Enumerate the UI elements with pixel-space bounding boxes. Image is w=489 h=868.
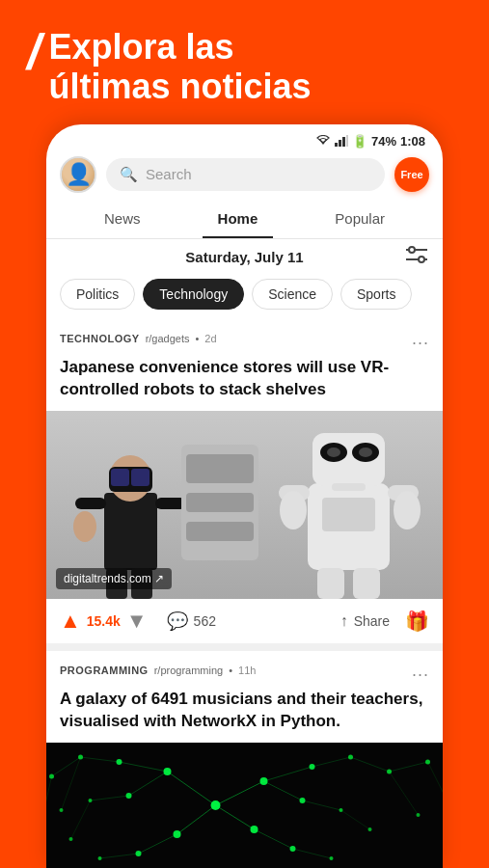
post1-comment-group[interactable]: 💬 562 <box>167 610 216 632</box>
status-icons: 🔋 74% 1:08 <box>315 134 425 149</box>
svg-point-87 <box>417 813 421 817</box>
post2-time: 11h <box>238 665 256 676</box>
svg-point-62 <box>211 800 221 810</box>
brand-slash: / <box>27 27 41 77</box>
post1-time: 2d <box>204 333 216 344</box>
status-bar: 🔋 74% 1:08 <box>46 124 443 152</box>
share-label: Share <box>354 613 390 629</box>
svg-point-82 <box>60 808 64 812</box>
clock: 1:08 <box>400 134 425 149</box>
svg-point-71 <box>290 846 296 852</box>
svg-point-24 <box>359 448 372 457</box>
svg-point-75 <box>348 754 353 759</box>
svg-rect-2 <box>342 137 345 147</box>
header-text: Explora las últimas noticias <box>48 27 311 107</box>
post-card-1: TECHNOLOGY r/gadgets • 2d ... Japanese c… <box>46 319 443 651</box>
search-placeholder: Search <box>146 166 371 182</box>
svg-point-29 <box>394 491 421 529</box>
pill-sports[interactable]: Sports <box>340 279 412 310</box>
wifi-icon <box>315 135 331 147</box>
downvote-icon[interactable]: ▼ <box>126 609 148 634</box>
post1-title: Japanese convenience stores will use VR-… <box>46 353 443 411</box>
svg-point-70 <box>300 798 306 803</box>
free-badge[interactable]: Free <box>394 157 429 192</box>
svg-point-76 <box>387 769 392 773</box>
svg-point-66 <box>174 830 181 838</box>
search-icon: 🔍 <box>120 166 138 183</box>
post2-dot: • <box>229 665 232 676</box>
svg-rect-36 <box>46 743 443 868</box>
phone-mockup: 🔋 74% 1:08 🔍 Search Free News Home Popul… <box>46 124 443 868</box>
post1-share[interactable]: ↑ Share <box>340 612 390 630</box>
tab-popular[interactable]: Popular <box>319 201 400 238</box>
svg-rect-1 <box>339 140 341 147</box>
svg-point-81 <box>98 856 102 860</box>
date-display: Saturday, July 11 <box>185 249 303 265</box>
post1-source: digitaltrends.com ↗ <box>56 568 172 589</box>
date-day: Saturday, <box>185 249 250 265</box>
pill-politics[interactable]: Politics <box>60 279 135 310</box>
post1-meta: TECHNOLOGY r/gadgets • 2d ... <box>46 319 443 353</box>
svg-point-80 <box>330 856 334 860</box>
svg-point-28 <box>280 491 307 529</box>
post1-vote-group: ▲ 15.4k ▼ <box>60 609 148 634</box>
svg-rect-11 <box>111 469 129 486</box>
pill-science[interactable]: Science <box>252 279 333 310</box>
post1-image: digitaltrends.com ↗ <box>46 411 443 599</box>
tab-home[interactable]: Home <box>203 201 274 238</box>
post2-meta: PROGRAMMING r/programming • 11h ... <box>46 651 443 685</box>
vote-count: 15.4k <box>87 613 121 629</box>
svg-rect-31 <box>353 568 380 599</box>
svg-point-7 <box>419 257 424 262</box>
svg-point-79 <box>340 808 343 812</box>
robot-svg <box>274 411 428 599</box>
battery-icon: 🔋 <box>352 134 367 149</box>
svg-rect-3 <box>346 135 348 147</box>
tabs: News Home Popular <box>46 201 443 239</box>
svg-point-5 <box>409 247 415 253</box>
search-area: 🔍 Search Free <box>46 152 443 201</box>
svg-rect-19 <box>322 498 375 531</box>
post1-dot: • <box>196 333 200 344</box>
comment-count: 562 <box>194 613 216 629</box>
avatar[interactable] <box>60 156 96 193</box>
tab-news[interactable]: News <box>89 201 156 238</box>
svg-rect-34 <box>186 493 254 512</box>
post1-category: TECHNOLOGY <box>60 333 140 344</box>
post1-subreddit: r/gadgets <box>146 333 190 344</box>
upvote-icon[interactable]: ▲ <box>60 609 81 634</box>
post1-meta-left: TECHNOLOGY r/gadgets • 2d <box>60 333 217 344</box>
header-title-line1: Explora las <box>48 27 311 67</box>
post2-title: A galaxy of 6491 musicians and their tea… <box>46 685 443 743</box>
svg-point-69 <box>310 764 315 770</box>
machine-svg <box>172 445 268 580</box>
header-area: / Explora las últimas noticias <box>0 0 489 868</box>
filter-icon[interactable] <box>406 246 427 268</box>
post2-category: PROGRAMMING <box>60 665 149 676</box>
svg-rect-30 <box>317 568 344 599</box>
post2-meta-left: PROGRAMMING r/programming • 11h <box>60 665 256 676</box>
post1-actions: ▲ 15.4k ▼ 💬 562 ↑ Share 🎁 <box>46 599 443 643</box>
share-icon: ↑ <box>340 612 348 630</box>
svg-point-73 <box>78 754 83 759</box>
svg-point-85 <box>368 827 372 831</box>
svg-rect-13 <box>75 498 106 509</box>
search-bar[interactable]: 🔍 Search <box>106 158 385 191</box>
svg-point-84 <box>69 837 73 841</box>
pill-technology[interactable]: Technology <box>143 279 244 310</box>
post1-more[interactable]: ... <box>412 329 429 349</box>
svg-point-65 <box>251 826 258 833</box>
categories: Politics Technology Science Sports <box>46 275 443 319</box>
svg-point-15 <box>73 511 96 542</box>
gift-icon[interactable]: 🎁 <box>405 610 429 633</box>
header-title-line2: últimas noticias <box>48 67 311 106</box>
date-row: Saturday, July 11 <box>46 239 443 275</box>
date-full: July 11 <box>255 249 304 265</box>
svg-point-67 <box>117 759 122 765</box>
svg-rect-0 <box>335 143 338 147</box>
post2-more[interactable]: ... <box>412 661 429 681</box>
signal-icon <box>335 135 348 147</box>
svg-point-68 <box>126 793 132 799</box>
avatar-image <box>62 158 95 191</box>
svg-rect-35 <box>186 522 254 541</box>
